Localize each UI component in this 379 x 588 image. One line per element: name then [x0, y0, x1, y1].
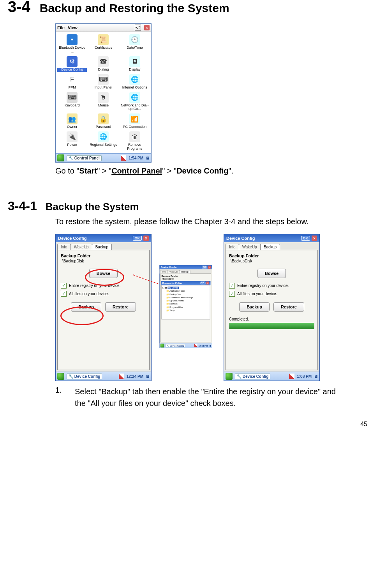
cp-item-label: Password — [88, 125, 118, 129]
checkbox-registry[interactable]: ✓ — [61, 283, 67, 289]
backup-button[interactable]: Backup — [71, 302, 101, 312]
dialog-title: Browse for Folder — [162, 282, 183, 284]
cp-item-icon: 🌐 — [129, 92, 140, 103]
cp-item-icon: 📶 — [129, 113, 140, 124]
start-button-icon[interactable] — [226, 373, 233, 380]
browse-button[interactable]: Bowse — [89, 269, 118, 278]
restore-button[interactable]: Restore — [273, 302, 304, 312]
close-icon[interactable]: × — [208, 266, 211, 269]
cp-item[interactable]: 🌐Internet Options — [120, 74, 150, 90]
taskbar-app[interactable]: Device Config — [170, 344, 184, 347]
tab-info[interactable]: Info — [160, 270, 168, 273]
folder-tree[interactable]: ⊟ 🖥 My Device 📁 Application Data📁 Backup… — [162, 285, 210, 319]
progress-bar — [229, 323, 314, 329]
taskbar-app[interactable]: Device Config — [74, 374, 100, 379]
close-icon[interactable]: × — [144, 25, 150, 30]
cp-item[interactable]: 🔌Power — [57, 131, 87, 151]
backup-folder-label: Backup Folder — [229, 253, 314, 258]
cp-item[interactable]: ☎Dialing — [88, 56, 118, 72]
cp-item-icon: 👥 — [67, 113, 78, 124]
checkbox-allfiles[interactable]: ✓ — [229, 291, 235, 297]
cp-item[interactable]: 🖥Display — [120, 56, 150, 72]
tree-item[interactable]: 📁 Network — [166, 302, 209, 305]
restore-button[interactable]: Restore — [105, 302, 136, 312]
cp-item-label: Display — [120, 68, 150, 72]
cp-item-label: Internet Options — [120, 86, 150, 90]
tab-info[interactable]: Info — [226, 244, 239, 250]
flag-icon[interactable] — [289, 374, 294, 379]
taskbar-time: 12:24 PM — [127, 374, 143, 379]
cp-item-icon: ☎ — [98, 56, 109, 67]
taskbar-app[interactable]: Device Config — [243, 374, 269, 379]
tab-backup[interactable]: Backup — [180, 270, 190, 273]
cp-item[interactable]: 🔒Password — [88, 113, 118, 129]
tab-info[interactable]: Info — [57, 244, 71, 250]
tab-wakeup[interactable]: WakeUp — [239, 244, 261, 250]
cp-item[interactable]: 🕑Date/Time — [120, 34, 150, 54]
tab-wakeup[interactable]: WakeUp — [71, 244, 92, 250]
flag-icon[interactable] — [121, 155, 126, 161]
cp-item-label: Bluetooth Device ... — [57, 46, 87, 54]
tree-item[interactable]: 📁 My Documents — [166, 299, 209, 302]
flag-icon[interactable] — [119, 374, 124, 379]
cp-item[interactable]: 🗑Remove Programs — [120, 131, 150, 151]
cp-item-icon: 🌐 — [98, 131, 109, 142]
tree-item[interactable]: 📁 BackupDisk — [166, 292, 209, 296]
context-help-icon[interactable]: ↖? — [135, 25, 141, 31]
menu-file[interactable]: File — [57, 25, 65, 30]
tray-icon[interactable]: 🖥 — [146, 374, 150, 379]
cp-item[interactable]: FFPM — [57, 74, 87, 90]
cp-item[interactable]: 🌐Network and Dial-up Co... — [120, 92, 150, 112]
tab-wakeup[interactable]: WakeUp — [167, 270, 180, 273]
cp-item[interactable]: ⌨Input Panel — [88, 74, 118, 90]
cp-item[interactable]: 📜Certificates — [88, 34, 118, 54]
cp-item-label: Date/Time — [120, 46, 150, 50]
cp-item-icon: 📜 — [98, 34, 109, 45]
subsection-intro: To restore the system, please follow the… — [55, 217, 371, 226]
close-icon[interactable]: × — [312, 236, 317, 241]
ok-button[interactable]: OK — [200, 282, 205, 284]
cp-item[interactable]: ⚙Device Config — [57, 56, 87, 72]
ok-button[interactable]: OK — [133, 236, 142, 241]
close-icon[interactable]: × — [143, 236, 149, 241]
cp-item[interactable]: ᛭Bluetooth Device ... — [57, 34, 87, 54]
cp-item[interactable]: 👥Owner — [57, 113, 87, 129]
subsection-header: 3-4-1 Backup the System — [8, 199, 371, 213]
cp-item[interactable]: 🌐Regional Settings — [88, 131, 118, 151]
step-text: Select "Backup" tab then enable the "Ent… — [75, 386, 347, 409]
cp-item[interactable]: 📶PC Connection — [120, 113, 150, 129]
taskbar-app[interactable]: Control Panel — [74, 156, 100, 160]
cp-item-label: Owner — [57, 125, 87, 129]
device-config-left: Device Config OK × Info WakeUp Backup Ba… — [55, 234, 152, 381]
menu-view[interactable]: View — [68, 25, 78, 30]
close-icon[interactable]: × — [206, 281, 209, 284]
tray-icon[interactable]: 🖥 — [314, 374, 318, 379]
nav-instruction: Go to "Start" > "Control Panel" > "Devic… — [55, 166, 371, 175]
start-button-icon[interactable] — [57, 154, 64, 161]
tray-icon[interactable]: 🖥 — [146, 156, 150, 160]
start-button-icon[interactable] — [57, 373, 64, 380]
ok-button[interactable]: OK — [202, 266, 207, 268]
tree-item[interactable]: 📁 Application Data — [166, 289, 209, 292]
tray-icon[interactable]: 🖥 — [209, 344, 212, 347]
cp-item-label: Network and Dial-up Co... — [120, 104, 150, 112]
backup-button[interactable]: Backup — [239, 302, 270, 312]
start-button-icon[interactable] — [160, 344, 164, 347]
cp-item[interactable]: ⌨Keyboard — [57, 92, 87, 112]
tree-item[interactable]: 📁 Program Files — [166, 305, 209, 308]
checkbox-allfiles-label: All files on your device. — [69, 292, 109, 296]
ok-button[interactable]: OK — [301, 236, 310, 241]
tab-backup[interactable]: Backup — [92, 244, 112, 250]
flag-icon[interactable] — [194, 344, 197, 347]
tree-item[interactable]: 📁 Documents and Settings — [166, 296, 209, 299]
cp-item[interactable]: 🖱Mouse — [88, 92, 118, 112]
checkbox-registry[interactable]: ✓ — [229, 283, 235, 289]
cp-item-label: Regional Settings — [88, 143, 118, 147]
tab-backup[interactable]: Backup — [260, 244, 280, 250]
backup-path: \BackupDisk — [162, 278, 210, 280]
browse-button[interactable]: Bowse — [257, 269, 286, 278]
status-text: Completed. — [229, 317, 314, 321]
checkbox-allfiles[interactable]: ✓ — [61, 291, 67, 297]
tree-item[interactable]: 📁 Temp — [166, 308, 209, 312]
tree-root[interactable]: My Device — [167, 287, 179, 289]
